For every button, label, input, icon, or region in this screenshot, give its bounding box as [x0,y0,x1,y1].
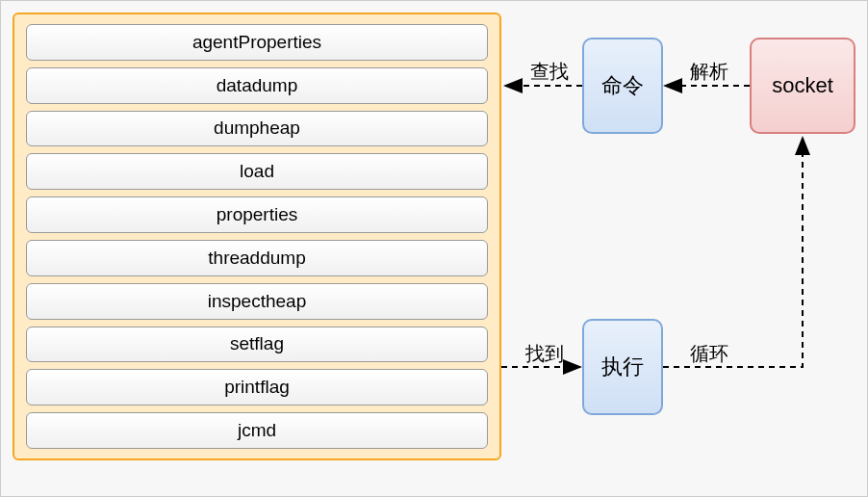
command-item: jcmd [26,412,488,449]
node-label: socket [772,73,833,98]
command-label: threaddump [208,248,305,269]
command-item: datadump [26,67,488,104]
node-label: 执行 [601,353,644,381]
command-label: dumpheap [214,118,300,139]
command-item: setflag [26,327,488,363]
node-command: 命令 [582,38,663,134]
node-execute: 执行 [582,319,663,415]
edge-label-lookup: 查找 [530,59,569,85]
command-item: printflag [26,369,488,405]
command-item: dumpheap [26,111,488,147]
edge-label-parse: 解析 [690,59,728,85]
command-label: agentProperties [192,32,321,53]
edge-label-loop: 循环 [690,341,728,367]
node-socket: socket [750,38,855,134]
command-item: load [26,153,488,190]
command-item: inspectheap [26,283,488,320]
edge-label-found: 找到 [525,341,564,367]
command-label: setflag [230,333,284,354]
command-item: properties [26,196,488,233]
node-label: 命令 [601,71,644,100]
command-label: load [240,161,274,182]
command-label: datadump [217,75,298,96]
command-list-container: agentProperties datadump dumpheap load p… [13,13,501,460]
command-label: inspectheap [208,291,306,312]
command-item: agentProperties [26,24,488,61]
command-label: properties [217,204,298,225]
command-label: jcmd [238,420,276,441]
command-label: printflag [224,377,290,398]
command-item: threaddump [26,240,488,276]
